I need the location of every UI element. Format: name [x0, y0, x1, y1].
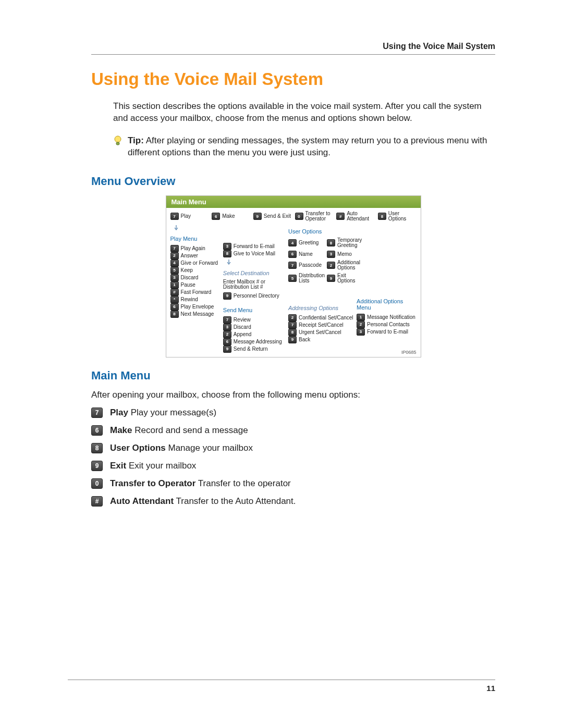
phone-key-icon: 8	[378, 213, 386, 220]
menu-key-row: 5Distribution Lists	[288, 273, 325, 284]
phone-key-icon: 6	[91, 425, 103, 436]
main-menu-item-text: Transfer to Operator Transfer to the ope…	[110, 478, 291, 489]
phone-key-icon: 7	[170, 213, 179, 220]
play-menu-column: Play Menu 7Play Again2Answer4Give or For…	[170, 225, 220, 353]
phone-key-icon: #	[91, 496, 103, 507]
user-options-title: User Options	[288, 228, 353, 235]
phone-key-icon: 1	[357, 314, 365, 321]
main-menu-item: 0Transfer to Operator Transfer to the op…	[91, 478, 495, 489]
menu-key-label: Review	[234, 317, 251, 323]
main-menu-item-desc: Exit your mailbox	[126, 461, 196, 471]
addressing-options-title: Addressing Options	[288, 305, 353, 311]
phone-key-icon: 2	[288, 314, 297, 322]
menu-key-row: 3Discard	[170, 274, 220, 281]
main-menu-item-desc: Play your message(s)	[128, 408, 216, 417]
phone-key-icon: 9	[288, 336, 297, 343]
menu-key-label: Urgent Set/Cancel	[299, 330, 341, 336]
menu-key-row: 1Pause	[170, 281, 220, 289]
page-title: Using the Voice Mail System	[91, 69, 495, 89]
menu-key-row: 2Answer	[170, 252, 220, 260]
phone-key-icon: 3	[223, 243, 231, 250]
header-rule	[91, 54, 495, 55]
menu-key-label: Rewind	[181, 297, 198, 303]
phone-key-icon: 7	[288, 322, 297, 329]
menu-key-label: Make	[222, 214, 235, 219]
menu-key-label: Answer	[181, 253, 198, 259]
menu-key-label: Send & Return	[234, 347, 268, 352]
lightbulb-icon	[113, 135, 123, 146]
arrow-down-icon	[226, 260, 231, 265]
menu-key-row: 6Make	[212, 211, 250, 222]
menu-key-row: #Fast Forward	[170, 289, 220, 296]
phone-key-icon: 6	[223, 338, 231, 346]
menu-key-row: 9Back	[288, 336, 353, 343]
menu-key-label: Next Message	[181, 312, 214, 317]
menu-key-row: 8Give to Voice Mail	[223, 250, 285, 257]
menu-key-row: 7Play Again	[170, 245, 220, 252]
phone-key-icon: 8	[91, 443, 103, 453]
menu-key-row: 3Discard	[223, 324, 285, 331]
phone-key-icon: 6	[212, 213, 220, 220]
phone-key-icon: 9	[253, 213, 262, 220]
menu-key-row: 4Greeting	[288, 238, 325, 249]
phone-key-icon: 8	[288, 329, 297, 336]
main-menu-item-desc: Transfer to the operator	[195, 478, 290, 488]
menu-key-label: Message Notification	[367, 315, 415, 320]
main-menu-item-label: Play	[110, 408, 128, 417]
phone-key-icon: 2	[223, 331, 231, 338]
phone-key-icon: 9	[91, 461, 103, 471]
menu-key-label: Auto Attendant	[347, 211, 375, 222]
phone-key-icon: 9	[327, 275, 335, 282]
main-menu-item-text: Make Record and send a message	[110, 425, 248, 436]
phone-key-icon: 2	[170, 252, 179, 260]
running-header: Using the Voice Mail System	[91, 42, 495, 51]
main-menu-intro: After opening your mailbox, choose from …	[91, 390, 495, 400]
menu-key-label: Passcode	[299, 263, 322, 268]
menu-key-label: Pause	[181, 282, 195, 288]
phone-key-icon: 2	[357, 321, 365, 328]
diagram-title: Main Menu	[166, 196, 421, 208]
menu-key-row: 0Transfer to Operator	[295, 211, 334, 222]
main-menu-item-text: User Options Manage your mailbox	[110, 443, 253, 453]
menu-key-row: 2Append	[223, 331, 285, 338]
arrow-down-icon	[174, 225, 179, 230]
menu-key-row: 8Next Message	[170, 311, 220, 318]
menu-key-row: 9Send & Return	[223, 346, 285, 353]
tip-label: Tip:	[128, 135, 144, 145]
tip-body: After playing or sending messages, the s…	[128, 135, 487, 157]
phone-key-icon: 9	[223, 346, 231, 353]
phone-key-icon: 7	[170, 245, 179, 252]
menu-key-label: Fast Forward	[181, 290, 212, 295]
menu-key-label: Append	[234, 332, 251, 338]
phone-key-icon: 6	[288, 251, 297, 258]
menu-key-row: #Auto Attendant	[336, 211, 375, 222]
menu-key-row: 7Review	[223, 316, 285, 324]
menu-key-row: 5Keep	[170, 267, 220, 274]
phone-key-icon: 4	[170, 260, 179, 267]
tip-text: Tip: After playing or sending messages, …	[128, 135, 495, 159]
phone-key-icon: *	[170, 296, 179, 303]
menu-key-label: Confidential Set/Cancel	[299, 315, 353, 321]
menu-key-label: Give or Forward	[181, 261, 218, 266]
menu-key-row: 2Personal Contacts	[357, 321, 416, 328]
menu-key-label: Send & Exit	[264, 214, 291, 219]
menu-key-label: Memo	[337, 252, 352, 257]
menu-key-label: Personal Contacts	[367, 322, 410, 328]
menu-key-row: 6Message Addressing	[223, 338, 285, 346]
phone-key-icon: 7	[223, 316, 231, 324]
tip-callout: Tip: After playing or sending messages, …	[113, 135, 495, 159]
main-menu-item-text: Play Play your message(s)	[110, 408, 216, 418]
menu-key-label: Play Envelope	[181, 304, 214, 310]
main-menu-item-label: Transfer to Operator	[110, 478, 195, 488]
menu-key-row: 1Message Notification	[357, 314, 416, 321]
menu-key-row: 6Play Envelope	[170, 303, 220, 311]
menu-key-row: 3Forward to E-mail	[357, 328, 416, 336]
menu-key-label: Back	[299, 337, 310, 343]
main-menu-list: 7Play Play your message(s)6Make Record a…	[91, 408, 495, 507]
menu-key-label: Play	[181, 214, 191, 219]
main-menu-item-label: Auto Attendant	[110, 496, 174, 506]
main-menu-item: 6Make Record and send a message	[91, 425, 495, 436]
menu-key-label: Give to Voice Mail	[234, 251, 275, 257]
main-menu-item-text: Auto Attendant Transfer to the Auto Atte…	[110, 496, 296, 507]
menu-key-row: 9Send & Exit	[253, 211, 292, 222]
